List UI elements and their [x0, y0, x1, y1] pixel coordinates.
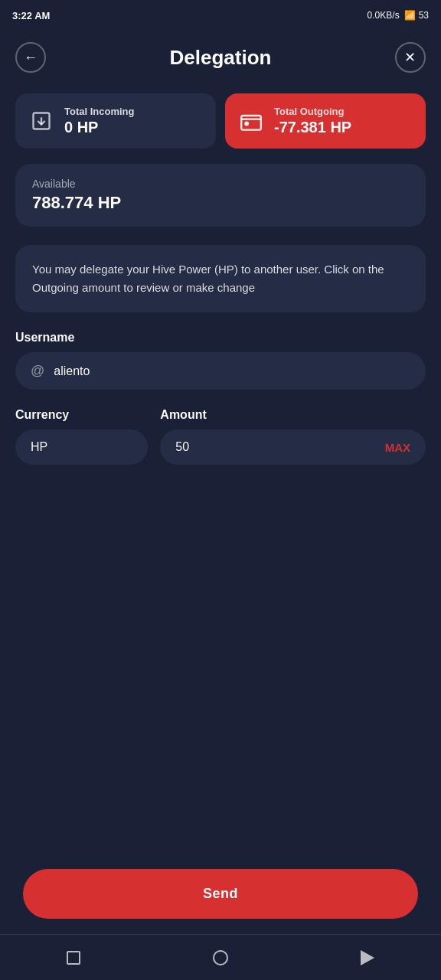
info-box: You may delegate your Hive Power (HP) to…	[15, 245, 426, 312]
svg-rect-2	[241, 116, 261, 130]
info-text: You may delegate your Hive Power (HP) to…	[32, 260, 409, 297]
page-title: Delegation	[170, 46, 272, 70]
amount-input[interactable]	[175, 440, 384, 454]
incoming-value: 0 HP	[64, 119, 134, 136]
currency-value: HP	[31, 440, 47, 453]
currency-group: Currency HP	[15, 408, 148, 465]
outgoing-label: Total Outgoing	[274, 106, 351, 117]
incoming-card: Total Incoming 0 HP	[15, 93, 216, 149]
stats-row: Total Incoming 0 HP Total Outgoing -77.3…	[0, 84, 441, 158]
status-time: 3:22 AM	[12, 10, 50, 21]
back-button[interactable]: ←	[15, 42, 46, 73]
back-nav-button[interactable]	[352, 942, 383, 973]
currency-amount-row: Currency HP Amount MAX	[0, 402, 441, 465]
outgoing-value: -77.381 HP	[274, 119, 351, 136]
currency-label: Currency	[15, 408, 148, 422]
network-speed: 0.0KB/s	[368, 10, 400, 21]
square-icon	[67, 951, 80, 965]
send-button[interactable]: Send	[23, 869, 418, 919]
send-button-container: Send	[0, 854, 441, 934]
home-nav-button[interactable]	[205, 942, 236, 973]
max-button[interactable]: MAX	[385, 441, 410, 454]
username-input[interactable]	[54, 364, 410, 378]
status-right: 0.0KB/s 📶 53	[368, 10, 429, 21]
battery-text: 53	[419, 10, 429, 21]
status-icons: 📶 53	[404, 10, 429, 21]
header: ← Delegation ✕	[0, 31, 441, 84]
incoming-label: Total Incoming	[64, 106, 134, 117]
status-bar: 3:22 AM 0.0KB/s 📶 53	[0, 0, 441, 31]
incoming-icon	[28, 107, 55, 135]
close-icon: ✕	[404, 49, 416, 66]
circle-icon	[213, 950, 228, 965]
wifi-icon: 📶	[404, 10, 416, 21]
at-icon: @	[31, 363, 44, 379]
amount-group: Amount MAX	[160, 408, 426, 465]
outgoing-card[interactable]: Total Outgoing -77.381 HP	[225, 93, 426, 149]
username-input-container: @	[15, 352, 426, 390]
amount-input-container: MAX	[160, 430, 426, 465]
outgoing-icon	[237, 107, 265, 135]
available-card: Available 788.774 HP	[15, 164, 426, 227]
triangle-icon	[361, 950, 374, 965]
username-section: Username @	[0, 318, 441, 402]
back-icon: ←	[24, 50, 38, 66]
svg-point-3	[245, 122, 248, 126]
currency-input-container: HP	[15, 430, 148, 465]
square-nav-button[interactable]	[58, 942, 89, 973]
incoming-info: Total Incoming 0 HP	[64, 106, 134, 136]
available-label: Available	[32, 178, 409, 190]
bottom-nav	[0, 934, 441, 980]
close-button[interactable]: ✕	[395, 42, 426, 73]
amount-label: Amount	[160, 408, 426, 422]
outgoing-info: Total Outgoing -77.381 HP	[274, 106, 351, 136]
username-label: Username	[15, 331, 426, 345]
available-value: 788.774 HP	[32, 193, 409, 213]
